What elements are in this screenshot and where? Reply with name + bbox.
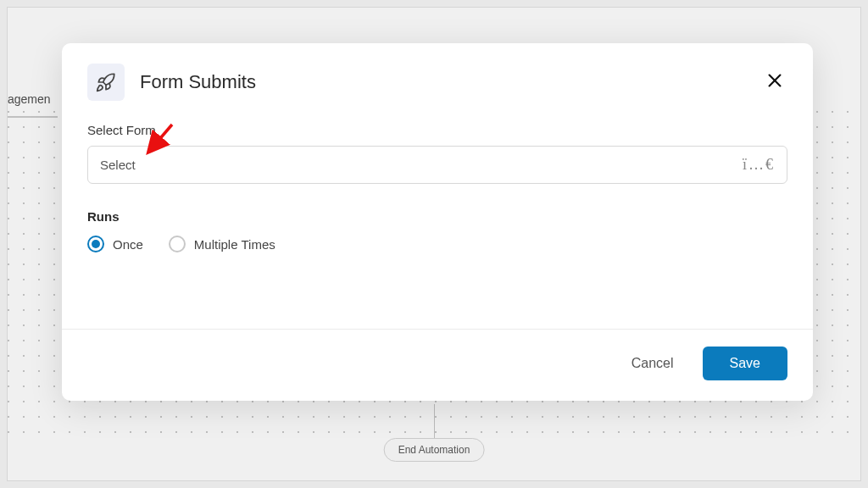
rocket-icon xyxy=(87,64,125,101)
runs-option-multiple[interactable]: Multiple Times xyxy=(169,236,275,252)
select-suffix-glyph: ï…€ xyxy=(743,156,775,174)
modal-title: Form Submits xyxy=(140,71,747,93)
connector-line xyxy=(434,404,435,438)
modal-footer: Cancel Save xyxy=(62,329,813,401)
radio-icon xyxy=(87,236,104,252)
modal-header: Form Submits xyxy=(62,43,813,114)
form-submits-modal: Form Submits Select Form Select ï…€ xyxy=(62,43,813,401)
close-button[interactable] xyxy=(762,68,787,97)
runs-section: Runs Once Multiple Times xyxy=(87,209,787,252)
close-icon xyxy=(765,71,784,90)
cancel-button[interactable]: Cancel xyxy=(623,349,682,378)
radio-icon xyxy=(169,236,186,252)
runs-multiple-label: Multiple Times xyxy=(194,237,275,252)
save-button[interactable]: Save xyxy=(703,347,787,380)
runs-label: Runs xyxy=(87,209,787,224)
runs-option-once[interactable]: Once xyxy=(87,236,143,252)
end-automation-pill[interactable]: End Automation xyxy=(384,438,485,462)
modal-body: Select Form Select ï…€ Runs xyxy=(62,114,813,278)
select-form-label: Select Form xyxy=(87,123,787,137)
runs-once-label: Once xyxy=(113,237,143,252)
runs-radio-group: Once Multiple Times xyxy=(87,236,787,252)
editor-frame: agemen End Automation Form Submits xyxy=(7,7,861,481)
form-select-dropdown[interactable]: Select ï…€ xyxy=(87,146,787,184)
select-placeholder-text: Select xyxy=(100,158,136,172)
